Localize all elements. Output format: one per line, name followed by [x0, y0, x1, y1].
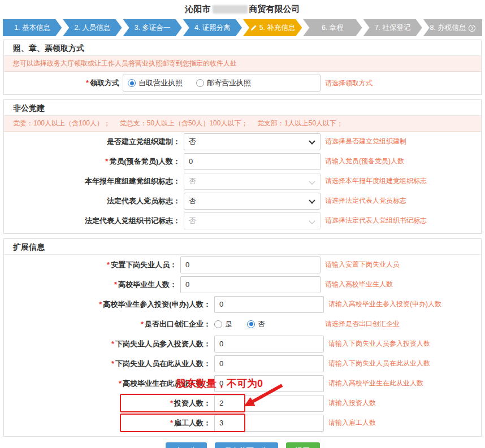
- field-hint: 请输入雇工人数: [328, 418, 484, 428]
- field-label: 本年报年度组建党组织标志：: [4, 176, 184, 186]
- circle-arrow-icon: [468, 24, 475, 32]
- radio-label: 自取营业执照: [138, 78, 183, 88]
- step-tab-charter[interactable]: 6. 章程: [303, 19, 362, 36]
- input-employees-count[interactable]: [214, 415, 324, 432]
- select-legal-rep-party-secretary-flag: 否: [184, 212, 321, 229]
- section-pickup-method: 照、章、票领取方式 您可以选择政务大厅领取或让工作人员将营业执照邮寄到您指定的收…: [3, 40, 482, 95]
- section-party-building: 非公党建 党委：100人以上（含100人）； 党总支：50人以上（含50人）10…: [3, 99, 482, 234]
- chevron-down-icon: [309, 218, 315, 224]
- input-laid-off-placed[interactable]: [180, 256, 321, 273]
- pencil-icon: [250, 24, 257, 32]
- radio-icon[interactable]: [247, 320, 255, 328]
- select-value: 否: [189, 137, 196, 147]
- form-row: 是否建立党组织建制： 否 请选择是否建立党组织建制: [4, 132, 481, 151]
- field-label: *高校毕业生在此从业人数：: [4, 379, 214, 389]
- form-row: 本年报年度组建党组织标志： 否 请选择本年报年度组建党组织标志: [4, 171, 481, 191]
- step-tab-license-separation[interactable]: 4. 证照分离: [183, 19, 242, 36]
- field-label: *下岗失业人员在此从业人数：: [4, 359, 214, 369]
- form-row: *党员(预备党员)人数： 请输入党员(预备党员)人数: [4, 151, 481, 171]
- step-tab-tax-info[interactable]: 8. 办税信息: [423, 19, 482, 36]
- chevron-down-icon: [309, 138, 315, 144]
- return-button[interactable]: 返回: [286, 442, 320, 448]
- required-mark: *: [170, 419, 173, 427]
- radio-export-enterprise-group: 是 否: [214, 319, 321, 329]
- field-hint: 请选择是否出口创汇企业: [325, 319, 481, 329]
- input-party-members-count[interactable]: [184, 153, 321, 170]
- form-row: *投资人数： 请输入投资人数: [4, 393, 481, 413]
- radio-icon[interactable]: [196, 79, 204, 87]
- field-label: *下岗失业人员参入投资人数：: [4, 339, 214, 349]
- form-row: *下岗失业人员参入投资人数： 请输入下岗失业人员参入投资人数: [4, 334, 481, 354]
- field-hint: 请输入下岗失业人员参入投资人数: [328, 339, 484, 349]
- step-tab-basic-info[interactable]: 1. 基本信息: [3, 19, 62, 36]
- radio-export-yes[interactable]: 是: [214, 319, 232, 329]
- form-row: *下岗失业人员在此从业人数： 请输入下岗失业人员在此从业人数: [4, 354, 481, 373]
- step-tab-supplement-info[interactable]: 5. 补充信息: [243, 19, 302, 36]
- field-hint: 请输入下岗失业人员在此从业人数: [328, 359, 484, 368]
- form-row: *领取方式 自取营业执照 邮寄营业执照 请选择领取方式: [4, 72, 481, 94]
- required-mark: *: [86, 79, 89, 87]
- radio-export-no[interactable]: 否: [247, 319, 265, 329]
- select-value: 否: [189, 176, 196, 186]
- step-label: 1. 基本信息: [14, 23, 50, 33]
- input-laid-off-employed-count[interactable]: [214, 355, 324, 372]
- select-party-org-established[interactable]: 否: [184, 133, 321, 150]
- input-graduates-invest-count[interactable]: [214, 296, 324, 313]
- company-title-prefix: 沁阳市: [185, 4, 211, 15]
- chevron-down-icon: [309, 197, 315, 203]
- field-label: *党员(预备党员)人数：: [4, 156, 184, 167]
- field-label: *是否出口创汇企业：: [4, 319, 214, 329]
- field-label: *安置下岗失业人员：: [4, 260, 180, 270]
- field-hint: 请选择是否建立党组织建制: [325, 137, 481, 146]
- field-hint: 请输入高校毕业生人数: [325, 280, 481, 289]
- radio-icon[interactable]: [128, 79, 136, 87]
- required-mark: *: [114, 280, 117, 289]
- field-label: *高校毕业生参入投资(申办)人数：: [4, 299, 214, 310]
- input-graduates-employed-count[interactable]: [214, 375, 324, 392]
- select-legal-rep-party-member-flag[interactable]: 否: [184, 193, 321, 210]
- field-hint: 请选择法定代表人党员标志: [325, 196, 481, 206]
- field-label: *高校毕业生人数：: [4, 280, 180, 290]
- select-annual-party-org-flag: 否: [184, 173, 321, 190]
- field-hint: 请输入高校毕业生在此从业人数: [328, 379, 484, 388]
- step-label: 7. 社保登记: [375, 23, 411, 33]
- section-note: 党委：100人以上（含100人）； 党总支：50人以上（含50人）100人以下；…: [4, 116, 481, 132]
- pickup-method-option-box: 自取营业执照 邮寄营业执照: [123, 75, 321, 92]
- radio-icon[interactable]: [214, 320, 222, 328]
- form-row: 法定代表人党员标志： 否 请选择法定代表人党员标志: [4, 191, 481, 211]
- input-graduates-count[interactable]: [180, 276, 321, 293]
- step-wizard: 1. 基本信息 2. 人员信息 3. 多证合一 4. 证照分离 5. 补充信息 …: [3, 19, 482, 36]
- form-row: *雇工人数： 请输入雇工人数: [4, 413, 481, 433]
- field-label: *领取方式: [4, 78, 123, 88]
- step-tab-multi-cert[interactable]: 3. 多证合一: [123, 19, 182, 36]
- section-extended-info: 扩展信息 *安置下岗失业人员： 请输入安置下岗失业人员 *高校毕业生人数： 请输…: [3, 238, 482, 437]
- step-label: 2. 人员信息: [74, 23, 110, 33]
- form-row: 法定代表人党组织书记标志： 否 请选择法定代表人党组织书记标志: [4, 211, 481, 230]
- input-investors-count[interactable]: [214, 395, 324, 412]
- field-label: *雇工人数：: [4, 418, 214, 428]
- footer-actions: 上一步 保存并下一步 返回: [0, 442, 485, 448]
- section-title: 非公党建: [4, 100, 481, 116]
- redacted-company-name: [213, 5, 248, 14]
- save-and-next-button[interactable]: 保存并下一步: [215, 442, 278, 448]
- required-mark: *: [99, 300, 102, 308]
- select-value: 否: [189, 216, 196, 226]
- field-label: *投资人数：: [4, 398, 214, 408]
- required-mark: *: [119, 379, 122, 388]
- prev-step-button[interactable]: 上一步: [166, 442, 207, 448]
- step-tab-personnel-info[interactable]: 2. 人员信息: [63, 19, 122, 36]
- step-label: 3. 多证合一: [135, 23, 171, 33]
- step-label: 8. 办税信息: [430, 23, 466, 33]
- form-row: *高校毕业生参入投资(申办)人数： 请输入高校毕业生参入投资(申办)人数: [4, 294, 481, 314]
- field-label: 是否建立党组织建制：: [4, 137, 184, 147]
- required-mark: *: [170, 399, 173, 407]
- field-label: 法定代表人党员标志：: [4, 196, 184, 206]
- form-row: *高校毕业生在此从业人数： 请输入高校毕业生在此从业人数: [4, 373, 481, 393]
- required-mark: *: [105, 157, 108, 166]
- radio-mail-license[interactable]: 邮寄营业执照: [196, 78, 251, 88]
- step-tab-social-security[interactable]: 7. 社保登记: [363, 19, 422, 36]
- input-laid-off-invest-count[interactable]: [214, 336, 324, 353]
- form-row: *高校毕业生人数： 请输入高校毕业生人数: [4, 275, 481, 294]
- field-hint: 请选择领取方式: [325, 79, 481, 88]
- radio-self-pickup[interactable]: 自取营业执照: [128, 78, 183, 88]
